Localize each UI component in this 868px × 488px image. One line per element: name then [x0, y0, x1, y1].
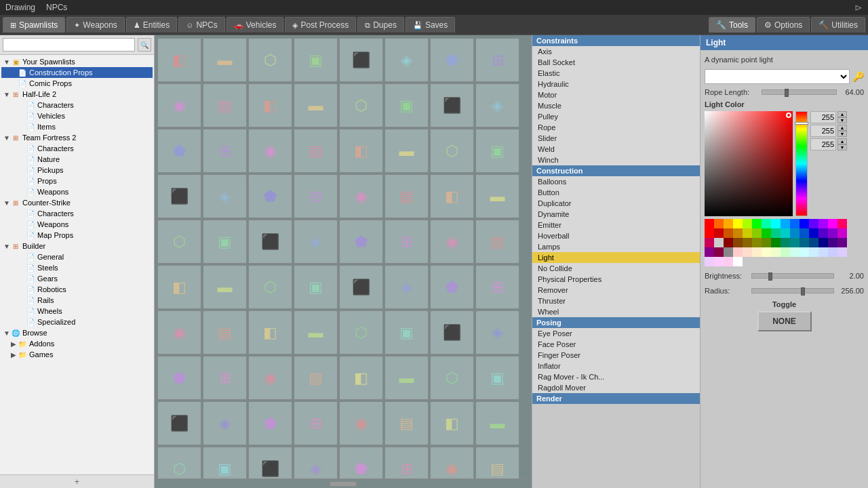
tree-builder-general[interactable]: 📄 General: [1, 251, 153, 262]
grid-prop-item[interactable]: ◈: [475, 310, 519, 354]
color-swatch[interactable]: [828, 247, 837, 257]
grid-prop-item[interactable]: ◈: [294, 447, 338, 479]
color-swatch[interactable]: [714, 257, 724, 266]
color-swatch[interactable]: [790, 247, 800, 257]
rgb-g-input[interactable]: [810, 125, 836, 137]
tree-tf2[interactable]: ▼ ⊞ Team Fortress 2: [1, 132, 153, 143]
grid-prop-item[interactable]: ▤: [384, 174, 429, 218]
grid-prop-item[interactable]: ⬛: [339, 38, 383, 82]
grid-prop-item[interactable]: ⊞: [384, 447, 429, 479]
tree-hl2-vehicles[interactable]: 📄 Vehicles: [1, 110, 153, 121]
construction-balloons[interactable]: Balloons: [532, 176, 700, 187]
tree-halflife2[interactable]: ▼ ⊞ Half-Life 2: [1, 89, 153, 100]
tree-builder-robotics[interactable]: 📄 Robotics: [1, 284, 153, 295]
construction-light[interactable]: Light: [532, 252, 700, 263]
tree-construction-props[interactable]: 📄 Construction Props: [1, 67, 153, 78]
grid-prop-item[interactable]: ▣: [203, 220, 247, 264]
grid-prop-item[interactable]: ◧: [339, 356, 383, 400]
color-swatch[interactable]: [790, 219, 800, 228]
color-swatch[interactable]: [752, 247, 762, 257]
construction-duplicator[interactable]: Duplicator: [532, 198, 700, 209]
brightness-slider[interactable]: [751, 273, 834, 279]
grid-prop-item[interactable]: ⊞: [294, 174, 338, 218]
color-swatch[interactable]: [752, 219, 762, 228]
construction-dynamite[interactable]: Dynamite: [532, 209, 700, 220]
grid-prop-item[interactable]: ◧: [157, 38, 201, 82]
posing-finger[interactable]: Finger Poser: [532, 350, 700, 361]
grid-prop-item[interactable]: ⬛: [430, 83, 474, 127]
grid-prop-item[interactable]: ⊞: [294, 401, 338, 445]
grid-prop-item[interactable]: ⬟: [248, 174, 292, 218]
constraint-hydraulic[interactable]: Hydraulic: [532, 79, 700, 89]
grid-prop-item[interactable]: ▤: [475, 447, 519, 479]
grid-prop-item[interactable]: ⬡: [157, 220, 201, 264]
posing-ragmover[interactable]: Rag Mover - Ik Ch...: [532, 371, 700, 382]
tree-hl2-items[interactable]: 📄 Items: [1, 121, 153, 132]
color-swatch[interactable]: [828, 219, 837, 228]
color-swatch[interactable]: [771, 238, 781, 247]
color-swatch[interactable]: [818, 238, 828, 247]
color-swatch[interactable]: [771, 247, 781, 257]
tree-tf2-characters[interactable]: 📄 Characters: [1, 143, 153, 154]
color-swatch[interactable]: [809, 219, 818, 228]
grid-prop-item[interactable]: ⬟: [248, 401, 292, 445]
constraint-slider[interactable]: Slider: [532, 133, 700, 144]
grid-prop-item[interactable]: ▬: [475, 174, 519, 218]
color-swatch[interactable]: [762, 238, 771, 247]
color-swatch[interactable]: [781, 228, 790, 238]
tab-weapons[interactable]: ✦ Weapons: [66, 17, 124, 33]
tree-builder[interactable]: ▼ ⊞ Builder: [1, 241, 153, 251]
color-swatch[interactable]: [724, 228, 733, 238]
constraint-weld[interactable]: Weld: [532, 144, 700, 155]
construction-thruster[interactable]: Thruster: [532, 296, 700, 306]
rgb-r-up[interactable]: ▲: [837, 111, 847, 117]
color-swatch[interactable]: [743, 247, 752, 257]
grid-prop-item[interactable]: ▣: [203, 447, 247, 479]
tree-builder-steels[interactable]: 📄 Steels: [1, 262, 153, 273]
grid-prop-item[interactable]: ◉: [339, 174, 383, 218]
color-swatch[interactable]: [818, 219, 828, 228]
construction-remover[interactable]: Remover: [532, 285, 700, 296]
color-swatch[interactable]: [800, 247, 809, 257]
grid-prop-item[interactable]: ▤: [294, 356, 338, 400]
color-swatch[interactable]: [743, 228, 752, 238]
posing-face[interactable]: Face Poser: [532, 339, 700, 350]
grid-prop-item[interactable]: ◉: [157, 83, 201, 127]
tree-tf2-props[interactable]: 📄 Props: [1, 176, 153, 186]
tab-vehicles[interactable]: 🚗 Vehicles: [226, 17, 284, 33]
color-swatch[interactable]: [705, 247, 714, 257]
light-type-select[interactable]: [705, 69, 850, 84]
grid-prop-item[interactable]: ▬: [475, 401, 519, 445]
color-swatch[interactable]: [724, 257, 733, 266]
grid-prop-item[interactable]: ▬: [294, 83, 338, 127]
color-swatch[interactable]: [837, 247, 847, 257]
search-button[interactable]: 🔍: [138, 38, 151, 52]
grid-prop-item[interactable]: ⊞: [384, 220, 429, 264]
tree-builder-gears[interactable]: 📄 Gears: [1, 273, 153, 284]
tree-tf2-nature[interactable]: 📄 Nature: [1, 154, 153, 165]
color-swatch[interactable]: [733, 228, 743, 238]
constraint-rope[interactable]: Rope: [532, 122, 700, 133]
color-swatch[interactable]: [762, 219, 771, 228]
posing-section-title[interactable]: Posing: [532, 317, 700, 328]
grid-prop-item[interactable]: ⊞: [203, 129, 247, 173]
scroll-indicator[interactable]: [330, 481, 357, 487]
rope-length-slider[interactable]: [762, 89, 837, 95]
grid-prop-item[interactable]: ⬛: [430, 310, 474, 354]
construction-emitter[interactable]: Emitter: [532, 220, 700, 230]
grid-prop-item[interactable]: ▤: [384, 401, 429, 445]
construction-hoverball[interactable]: Hoverball: [532, 230, 700, 241]
color-swatch[interactable]: [714, 228, 724, 238]
constraint-pulley[interactable]: Pulley: [532, 111, 700, 122]
posing-ragdoll[interactable]: Ragdoll Mover: [532, 382, 700, 393]
grid-prop-item[interactable]: ◉: [157, 310, 201, 354]
grid-prop-item[interactable]: ▤: [294, 129, 338, 173]
grid-prop-item[interactable]: ⬛: [157, 401, 201, 445]
tab-spawnlists[interactable]: ⊞ Spawnlists: [3, 17, 65, 33]
grid-prop-item[interactable]: ⬡: [248, 265, 292, 309]
color-swatch[interactable]: [781, 219, 790, 228]
constraint-motor[interactable]: Motor: [532, 89, 700, 100]
construction-physicalprops[interactable]: Physical Properties: [532, 274, 700, 285]
color-swatch[interactable]: [809, 238, 818, 247]
grid-prop-item[interactable]: ▣: [294, 265, 338, 309]
